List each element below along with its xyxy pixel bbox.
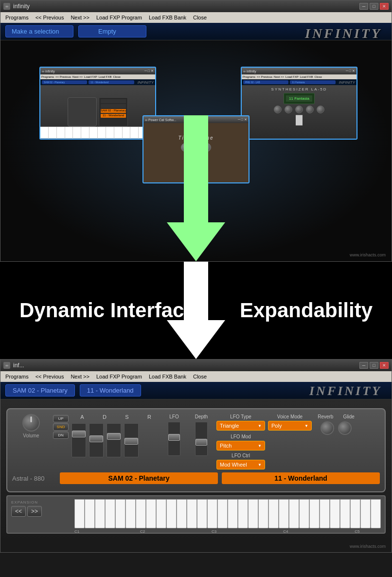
release-slider[interactable] [124, 423, 139, 457]
white-key[interactable] [74, 499, 85, 528]
white-key[interactable] [197, 499, 207, 528]
dn-button[interactable]: DN [53, 432, 69, 439]
white-key[interactable] [340, 499, 350, 528]
white-key[interactable] [166, 499, 177, 528]
key-label-c4: C4 [217, 529, 289, 534]
white-key[interactable] [136, 499, 146, 528]
white-key[interactable] [268, 499, 279, 528]
white-key[interactable] [217, 499, 228, 528]
white-key[interactable] [289, 499, 299, 528]
white-key[interactable] [258, 499, 268, 528]
menu-close[interactable]: Close [190, 14, 210, 21]
attack-slider[interactable] [71, 423, 86, 457]
volume-section: Volume [12, 414, 50, 438]
white-key[interactable] [309, 499, 320, 528]
reverb-label: Reverb [318, 414, 333, 419]
voice-mode-section: Voice Mode Poly ▼ [268, 414, 312, 431]
up-button[interactable]: UP [53, 415, 69, 422]
minimize-button[interactable]: ─ [359, 3, 368, 10]
synth-body: Volume UP SND DN A D S R [6, 408, 386, 492]
sustain-slider[interactable] [107, 423, 121, 457]
voice-mode-dropdown[interactable]: Poly ▼ [268, 421, 312, 431]
mod-wheel-dropdown[interactable]: Mod Wheel ▼ [216, 460, 265, 469]
glide-knob[interactable] [338, 421, 352, 435]
middle-section: Dynamic Interface Expandability [0, 262, 392, 359]
watermark-top: www.irishacts.com [350, 252, 386, 257]
expansion-left-button[interactable]: << [11, 506, 26, 517]
bottom-infinity-logo: INFINITY [309, 384, 382, 398]
volume-knob[interactable] [22, 414, 40, 432]
synth-display-area: Make a selection Empty INFINITY ∞ infini… [0, 23, 392, 261]
white-key[interactable] [299, 499, 309, 528]
white-key[interactable] [95, 499, 105, 528]
lfo-slider[interactable] [168, 422, 180, 456]
decay-slider[interactable] [89, 423, 104, 457]
white-key[interactable] [371, 499, 381, 528]
snd-button[interactable]: SND [53, 423, 69, 431]
menu-load-fxp[interactable]: Load FXP Program [93, 14, 145, 21]
white-key[interactable] [330, 499, 340, 528]
reverb-glide-section: Reverb Glide [317, 414, 356, 435]
release-thumb[interactable] [125, 438, 138, 445]
arrow-head [167, 222, 225, 261]
synth-controls-row: Volume UP SND DN A D S R [12, 414, 380, 469]
attack-thumb[interactable] [72, 431, 86, 437]
white-key[interactable] [146, 499, 156, 528]
white-key[interactable] [248, 499, 258, 528]
window-controls: ─ □ ✕ [359, 3, 389, 10]
menu-load-fxb[interactable]: Load FXB Bank [146, 14, 189, 21]
pitch-dropdown[interactable]: Pitch ▼ [216, 441, 265, 451]
title-bar-left: ∞ infinity [3, 3, 30, 10]
bottom-menu-load-fxp[interactable]: Load FXP Program [93, 373, 145, 380]
depth-thumb[interactable] [196, 439, 207, 446]
white-key[interactable] [207, 499, 217, 528]
key-label-c5: C5 [289, 529, 360, 534]
bottom-menu-close[interactable]: Close [190, 373, 210, 380]
keyboard-keys-area: C1 C2 C3 C4 C5 [74, 499, 381, 531]
bottom-menu-next[interactable]: Next >> [68, 373, 92, 380]
bottom-minimize-button[interactable]: ─ [359, 362, 368, 369]
maximize-button[interactable]: □ [370, 3, 378, 10]
la5d-screen: 11 Fantasia [286, 95, 312, 102]
bottom-close-button[interactable]: ✕ [380, 362, 389, 369]
mini1-patch-label: 11 - Wonderland [89, 80, 134, 84]
mini1-keyboard [40, 126, 155, 139]
white-key[interactable] [350, 499, 360, 528]
lfo-type-dropdown[interactable]: Triangle ▼ [216, 421, 265, 431]
white-key[interactable] [125, 499, 136, 528]
expansion-right-button[interactable]: >> [27, 506, 42, 517]
middle-arrow [167, 262, 225, 359]
decay-thumb[interactable] [89, 435, 103, 442]
expansion-section: EXPANSION << >> [11, 500, 42, 517]
white-key[interactable] [105, 499, 115, 528]
white-key[interactable] [115, 499, 125, 528]
depth-label: Depth [189, 414, 214, 419]
white-key[interactable] [85, 499, 95, 528]
white-key[interactable] [177, 499, 187, 528]
bottom-menu-previous[interactable]: << Previous [33, 373, 67, 380]
menu-programs[interactable]: Programs [2, 14, 32, 21]
white-key[interactable] [279, 499, 289, 528]
key-label-spacer [361, 529, 381, 534]
middle-arrow-shaft [184, 262, 208, 320]
program-display: SAM 02 - Planetary [60, 472, 218, 484]
depth-slider[interactable] [195, 422, 208, 456]
bottom-maximize-button[interactable]: □ [370, 362, 378, 369]
close-button[interactable]: ✕ [380, 3, 389, 10]
menu-next[interactable]: Next >> [68, 14, 92, 21]
white-key[interactable] [320, 499, 330, 528]
lfo-label: LFO [162, 414, 186, 419]
white-key[interactable] [360, 499, 371, 528]
white-key[interactable] [156, 499, 166, 528]
white-key[interactable] [228, 499, 238, 528]
white-key[interactable] [187, 499, 197, 528]
lfo-thumb[interactable] [168, 434, 180, 441]
white-key[interactable] [238, 499, 248, 528]
mini2-keyboard [296, 115, 303, 126]
bottom-menu-load-fxb[interactable]: Load FXB Bank [146, 373, 189, 380]
menu-previous[interactable]: << Previous [33, 14, 67, 21]
bottom-menu-programs[interactable]: Programs [2, 373, 32, 380]
top-window: ∞ infinity ─ □ ✕ Programs << Previous Ne… [0, 0, 392, 262]
reverb-knob[interactable] [321, 421, 334, 435]
sustain-thumb[interactable] [107, 433, 121, 440]
